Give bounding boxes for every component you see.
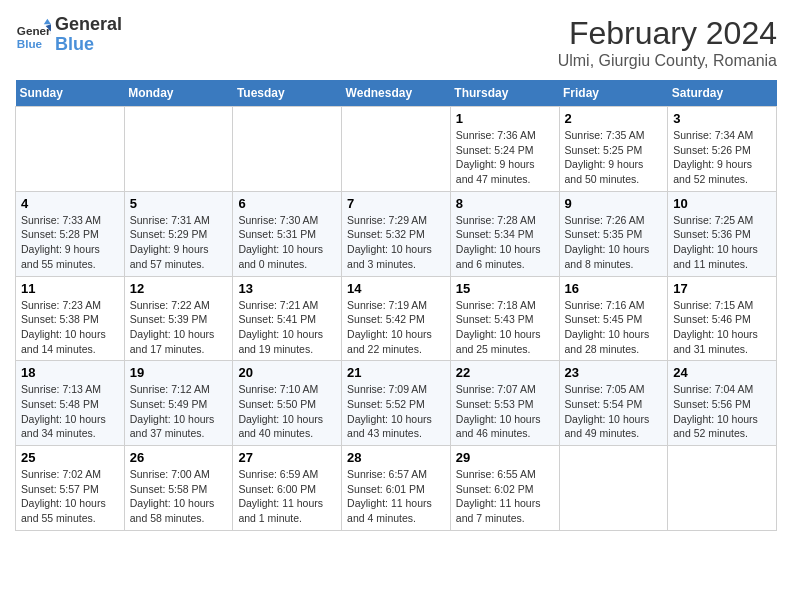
day-number: 10 bbox=[673, 196, 771, 211]
day-info: Sunrise: 7:29 AMSunset: 5:32 PMDaylight:… bbox=[347, 213, 445, 272]
day-number: 9 bbox=[565, 196, 663, 211]
day-number: 17 bbox=[673, 281, 771, 296]
day-info: Sunrise: 7:04 AMSunset: 5:56 PMDaylight:… bbox=[673, 382, 771, 441]
page-header: General Blue General Blue February 2024 … bbox=[15, 15, 777, 70]
day-info: Sunrise: 6:57 AMSunset: 6:01 PMDaylight:… bbox=[347, 467, 445, 526]
day-info: Sunrise: 7:25 AMSunset: 5:36 PMDaylight:… bbox=[673, 213, 771, 272]
calendar-cell bbox=[668, 446, 777, 531]
calendar-cell bbox=[342, 107, 451, 192]
calendar-week-row: 25Sunrise: 7:02 AMSunset: 5:57 PMDayligh… bbox=[16, 446, 777, 531]
calendar-cell: 24Sunrise: 7:04 AMSunset: 5:56 PMDayligh… bbox=[668, 361, 777, 446]
day-info: Sunrise: 7:33 AMSunset: 5:28 PMDaylight:… bbox=[21, 213, 119, 272]
day-info: Sunrise: 7:34 AMSunset: 5:26 PMDaylight:… bbox=[673, 128, 771, 187]
logo-icon: General Blue bbox=[15, 17, 51, 53]
calendar-cell: 14Sunrise: 7:19 AMSunset: 5:42 PMDayligh… bbox=[342, 276, 451, 361]
col-header-wednesday: Wednesday bbox=[342, 80, 451, 107]
day-info: Sunrise: 6:55 AMSunset: 6:02 PMDaylight:… bbox=[456, 467, 554, 526]
calendar-cell: 8Sunrise: 7:28 AMSunset: 5:34 PMDaylight… bbox=[450, 191, 559, 276]
day-number: 27 bbox=[238, 450, 336, 465]
calendar-cell: 5Sunrise: 7:31 AMSunset: 5:29 PMDaylight… bbox=[124, 191, 233, 276]
calendar-week-row: 18Sunrise: 7:13 AMSunset: 5:48 PMDayligh… bbox=[16, 361, 777, 446]
calendar-cell bbox=[233, 107, 342, 192]
day-number: 7 bbox=[347, 196, 445, 211]
day-number: 2 bbox=[565, 111, 663, 126]
day-number: 29 bbox=[456, 450, 554, 465]
calendar-week-row: 11Sunrise: 7:23 AMSunset: 5:38 PMDayligh… bbox=[16, 276, 777, 361]
calendar-cell: 7Sunrise: 7:29 AMSunset: 5:32 PMDaylight… bbox=[342, 191, 451, 276]
day-number: 19 bbox=[130, 365, 228, 380]
day-info: Sunrise: 6:59 AMSunset: 6:00 PMDaylight:… bbox=[238, 467, 336, 526]
calendar-cell: 11Sunrise: 7:23 AMSunset: 5:38 PMDayligh… bbox=[16, 276, 125, 361]
calendar-cell: 2Sunrise: 7:35 AMSunset: 5:25 PMDaylight… bbox=[559, 107, 668, 192]
day-info: Sunrise: 7:00 AMSunset: 5:58 PMDaylight:… bbox=[130, 467, 228, 526]
svg-marker-2 bbox=[44, 19, 51, 24]
col-header-friday: Friday bbox=[559, 80, 668, 107]
day-number: 24 bbox=[673, 365, 771, 380]
logo-text-general: General bbox=[55, 15, 122, 35]
day-info: Sunrise: 7:09 AMSunset: 5:52 PMDaylight:… bbox=[347, 382, 445, 441]
day-number: 26 bbox=[130, 450, 228, 465]
calendar-cell: 13Sunrise: 7:21 AMSunset: 5:41 PMDayligh… bbox=[233, 276, 342, 361]
day-info: Sunrise: 7:02 AMSunset: 5:57 PMDaylight:… bbox=[21, 467, 119, 526]
day-number: 5 bbox=[130, 196, 228, 211]
calendar-cell: 21Sunrise: 7:09 AMSunset: 5:52 PMDayligh… bbox=[342, 361, 451, 446]
calendar-table: SundayMondayTuesdayWednesdayThursdayFrid… bbox=[15, 80, 777, 531]
day-number: 15 bbox=[456, 281, 554, 296]
day-info: Sunrise: 7:12 AMSunset: 5:49 PMDaylight:… bbox=[130, 382, 228, 441]
day-number: 12 bbox=[130, 281, 228, 296]
calendar-cell: 1Sunrise: 7:36 AMSunset: 5:24 PMDaylight… bbox=[450, 107, 559, 192]
day-info: Sunrise: 7:15 AMSunset: 5:46 PMDaylight:… bbox=[673, 298, 771, 357]
day-info: Sunrise: 7:19 AMSunset: 5:42 PMDaylight:… bbox=[347, 298, 445, 357]
day-info: Sunrise: 7:13 AMSunset: 5:48 PMDaylight:… bbox=[21, 382, 119, 441]
day-number: 23 bbox=[565, 365, 663, 380]
calendar-cell: 23Sunrise: 7:05 AMSunset: 5:54 PMDayligh… bbox=[559, 361, 668, 446]
day-number: 16 bbox=[565, 281, 663, 296]
day-info: Sunrise: 7:05 AMSunset: 5:54 PMDaylight:… bbox=[565, 382, 663, 441]
calendar-cell: 28Sunrise: 6:57 AMSunset: 6:01 PMDayligh… bbox=[342, 446, 451, 531]
calendar-week-row: 4Sunrise: 7:33 AMSunset: 5:28 PMDaylight… bbox=[16, 191, 777, 276]
day-info: Sunrise: 7:36 AMSunset: 5:24 PMDaylight:… bbox=[456, 128, 554, 187]
calendar-cell bbox=[559, 446, 668, 531]
col-header-saturday: Saturday bbox=[668, 80, 777, 107]
calendar-cell: 29Sunrise: 6:55 AMSunset: 6:02 PMDayligh… bbox=[450, 446, 559, 531]
day-info: Sunrise: 7:21 AMSunset: 5:41 PMDaylight:… bbox=[238, 298, 336, 357]
calendar-cell: 4Sunrise: 7:33 AMSunset: 5:28 PMDaylight… bbox=[16, 191, 125, 276]
day-number: 28 bbox=[347, 450, 445, 465]
day-info: Sunrise: 7:07 AMSunset: 5:53 PMDaylight:… bbox=[456, 382, 554, 441]
day-info: Sunrise: 7:10 AMSunset: 5:50 PMDaylight:… bbox=[238, 382, 336, 441]
calendar-cell: 15Sunrise: 7:18 AMSunset: 5:43 PMDayligh… bbox=[450, 276, 559, 361]
day-info: Sunrise: 7:18 AMSunset: 5:43 PMDaylight:… bbox=[456, 298, 554, 357]
calendar-cell: 22Sunrise: 7:07 AMSunset: 5:53 PMDayligh… bbox=[450, 361, 559, 446]
day-number: 20 bbox=[238, 365, 336, 380]
day-number: 14 bbox=[347, 281, 445, 296]
day-info: Sunrise: 7:31 AMSunset: 5:29 PMDaylight:… bbox=[130, 213, 228, 272]
calendar-cell: 18Sunrise: 7:13 AMSunset: 5:48 PMDayligh… bbox=[16, 361, 125, 446]
calendar-cell bbox=[124, 107, 233, 192]
col-header-thursday: Thursday bbox=[450, 80, 559, 107]
day-number: 6 bbox=[238, 196, 336, 211]
title-section: February 2024 Ulmi, Giurgiu County, Roma… bbox=[558, 15, 777, 70]
calendar-cell: 3Sunrise: 7:34 AMSunset: 5:26 PMDaylight… bbox=[668, 107, 777, 192]
day-number: 25 bbox=[21, 450, 119, 465]
logo-text-blue: Blue bbox=[55, 35, 122, 55]
day-info: Sunrise: 7:23 AMSunset: 5:38 PMDaylight:… bbox=[21, 298, 119, 357]
calendar-cell: 27Sunrise: 6:59 AMSunset: 6:00 PMDayligh… bbox=[233, 446, 342, 531]
calendar-cell: 17Sunrise: 7:15 AMSunset: 5:46 PMDayligh… bbox=[668, 276, 777, 361]
calendar-cell bbox=[16, 107, 125, 192]
calendar-cell: 25Sunrise: 7:02 AMSunset: 5:57 PMDayligh… bbox=[16, 446, 125, 531]
day-info: Sunrise: 7:22 AMSunset: 5:39 PMDaylight:… bbox=[130, 298, 228, 357]
logo: General Blue General Blue bbox=[15, 15, 122, 55]
header-row: SundayMondayTuesdayWednesdayThursdayFrid… bbox=[16, 80, 777, 107]
calendar-week-row: 1Sunrise: 7:36 AMSunset: 5:24 PMDaylight… bbox=[16, 107, 777, 192]
col-header-monday: Monday bbox=[124, 80, 233, 107]
day-info: Sunrise: 7:26 AMSunset: 5:35 PMDaylight:… bbox=[565, 213, 663, 272]
day-number: 18 bbox=[21, 365, 119, 380]
day-number: 1 bbox=[456, 111, 554, 126]
calendar-cell: 9Sunrise: 7:26 AMSunset: 5:35 PMDaylight… bbox=[559, 191, 668, 276]
day-number: 11 bbox=[21, 281, 119, 296]
calendar-cell: 20Sunrise: 7:10 AMSunset: 5:50 PMDayligh… bbox=[233, 361, 342, 446]
day-number: 3 bbox=[673, 111, 771, 126]
day-info: Sunrise: 7:30 AMSunset: 5:31 PMDaylight:… bbox=[238, 213, 336, 272]
calendar-cell: 6Sunrise: 7:30 AMSunset: 5:31 PMDaylight… bbox=[233, 191, 342, 276]
day-number: 13 bbox=[238, 281, 336, 296]
